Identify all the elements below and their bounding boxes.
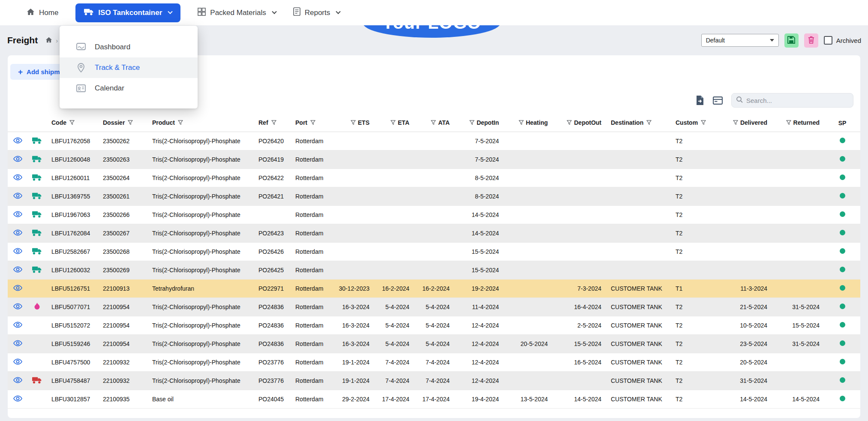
table-row[interactable]: LBFU136975523500261Tris(2-Chlorisopropyl… <box>8 187 860 205</box>
filter-icon[interactable] <box>69 120 75 126</box>
cell-depot_out <box>553 205 606 224</box>
cell-destination <box>606 242 671 261</box>
view-row-button[interactable] <box>13 137 22 144</box>
view-row-button[interactable] <box>13 248 22 254</box>
filter-icon[interactable] <box>519 120 524 126</box>
filter-icon[interactable] <box>128 120 133 126</box>
cell-product: Tris(2-Chlorisopropyl)-Phosphate <box>147 205 254 224</box>
cell-dossier: 23500261 <box>98 187 147 205</box>
cell-custom: T2 <box>671 132 714 150</box>
cell-ets <box>333 150 374 168</box>
view-row-button[interactable] <box>13 340 22 346</box>
table-row[interactable]: LBFU512675122100913TetrahydrofuranPO2297… <box>8 279 860 298</box>
shipments-table: CodeDossierProductRefPortETSETAATADepotI… <box>8 114 860 409</box>
filter-icon[interactable] <box>178 120 183 126</box>
filter-icon[interactable] <box>431 120 436 126</box>
cell-code: LBFU4757500 <box>47 353 98 371</box>
column-label: DepotOut <box>574 119 601 126</box>
filter-icon[interactable] <box>271 120 276 126</box>
filter-icon[interactable] <box>567 120 572 126</box>
cell-eta: 5-4-2024 <box>374 334 414 353</box>
cell-returned: 31-5-2024 <box>772 298 824 316</box>
table-row[interactable]: LBFU475848722100932Tris(2-Chlorisopropyl… <box>8 371 860 390</box>
view-row-button[interactable] <box>13 229 22 236</box>
cell-delivered <box>714 187 772 205</box>
filter-icon[interactable] <box>310 120 315 126</box>
cell-depot_out <box>553 371 606 390</box>
view-row-button[interactable] <box>13 192 22 199</box>
cell-ref: PO23776 <box>254 353 291 371</box>
filter-icon[interactable] <box>390 120 396 126</box>
table-row[interactable]: LBFU258266723500268Tris(2-Chlorisopropyl… <box>8 242 860 261</box>
filter-icon[interactable] <box>733 120 738 126</box>
archived-checkbox-box[interactable] <box>824 36 832 45</box>
table-row[interactable]: LBFU176208423500267Tris(2-Chlorisopropyl… <box>8 224 860 242</box>
view-row-button[interactable] <box>13 285 22 291</box>
cell-depot_in: 8-5-2024 <box>454 168 504 187</box>
column-label: Ref <box>258 119 268 126</box>
view-row-button[interactable] <box>13 377 22 383</box>
column-header-eta: ETA <box>374 114 414 132</box>
view-row-button[interactable] <box>13 303 22 310</box>
cell-custom: T2 <box>671 242 714 261</box>
table-row[interactable]: LBFU196706323500266Tris(2-Chlorisopropyl… <box>8 205 860 224</box>
menu-item-track-trace[interactable]: Track & Trace <box>60 57 198 78</box>
cell-dossier: 23500266 <box>98 205 147 224</box>
save-view-button[interactable] <box>784 33 799 48</box>
cell-destination: CUSTOMER TANK <box>606 298 671 316</box>
sp-status-dot <box>840 230 845 235</box>
filter-icon[interactable] <box>646 120 652 126</box>
sp-status-dot <box>840 248 845 254</box>
cell-eta <box>374 132 414 150</box>
table-row[interactable]: LBFU126004823500263Tris(2-Chlorisopropyl… <box>8 150 860 168</box>
dashboard-icon <box>76 43 86 51</box>
filter-icon[interactable] <box>701 120 706 126</box>
archived-checkbox[interactable]: Archived <box>824 36 861 45</box>
columns-card-icon[interactable] <box>713 96 723 105</box>
nav-iso-tankcontainer[interactable]: ISO Tankcontainer <box>75 3 180 22</box>
export-excel-icon[interactable] <box>696 95 704 105</box>
cell-destination <box>606 150 671 168</box>
cell-dossier: 22100954 <box>98 316 147 334</box>
view-row-button[interactable] <box>13 266 22 273</box>
filter-icon[interactable] <box>469 120 475 126</box>
menu-item-calendar[interactable]: Calendar <box>60 78 198 99</box>
menu-item-label: Dashboard <box>95 43 130 51</box>
menu-item-dashboard[interactable]: Dashboard <box>60 37 198 57</box>
view-row-button[interactable] <box>13 156 22 162</box>
cell-returned <box>772 371 824 390</box>
view-select[interactable]: Default <box>701 34 779 47</box>
cell-ref: PO26422 <box>254 168 291 187</box>
nav-packed-materials[interactable]: Packed Materials <box>198 8 276 18</box>
table-row[interactable]: LBFU507707122100954Tris(2-Chlorisopropyl… <box>8 298 860 316</box>
nav-reports[interactable]: Reports <box>293 7 340 18</box>
filter-icon[interactable] <box>351 120 356 126</box>
cell-returned: 15-5-2024 <box>772 316 824 334</box>
view-row-button[interactable] <box>13 211 22 217</box>
view-row-button[interactable] <box>13 395 22 402</box>
table-row[interactable]: LBFU126001123500264Tris(2-Chlorisopropyl… <box>8 168 860 187</box>
breadcrumb-home-icon[interactable] <box>45 37 52 44</box>
delete-view-button[interactable] <box>804 33 818 48</box>
view-row-button[interactable] <box>13 174 22 180</box>
view-row-button[interactable] <box>13 358 22 365</box>
table-row[interactable]: LBFU176205823500262Tris(2-Chlorisopropyl… <box>8 132 860 150</box>
search-input[interactable] <box>746 97 845 104</box>
column-header-empty <box>27 114 47 132</box>
column-label: Code <box>51 119 66 126</box>
table-row[interactable]: LBFU301285722100935Base oilPO24045Rotter… <box>8 390 860 408</box>
table-row[interactable]: LBFU515207222100954Tris(2-Chlorisopropyl… <box>8 316 860 334</box>
chevron-down-icon <box>272 9 276 14</box>
table-row[interactable]: LBFU126003223500269Tris(2-Chlorisopropyl… <box>8 261 860 279</box>
cell-heating <box>504 298 553 316</box>
filter-icon[interactable] <box>786 120 791 126</box>
view-row-button[interactable] <box>13 322 22 328</box>
column-header-empty <box>8 114 27 132</box>
cell-eta <box>374 168 414 187</box>
cell-destination <box>606 261 671 279</box>
cell-ata <box>414 187 454 205</box>
nav-home[interactable]: Home <box>27 8 58 18</box>
cell-code: LBFU2582667 <box>47 242 98 261</box>
table-row[interactable]: LBFU515924622100954Tris(2-Chlorisopropyl… <box>8 334 860 353</box>
table-row[interactable]: LBFU475750022100932Tris(2-Chlorisopropyl… <box>8 353 860 371</box>
